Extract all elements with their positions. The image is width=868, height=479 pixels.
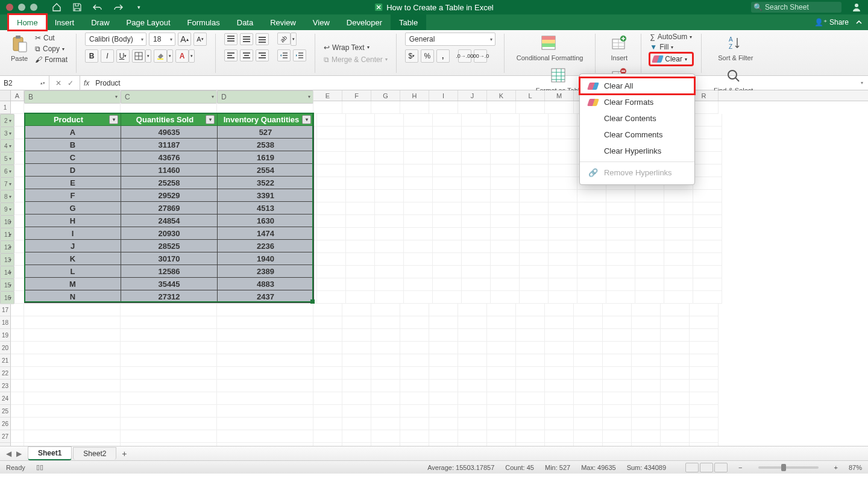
align-bottom-button[interactable] — [256, 33, 269, 45]
tab-formulas[interactable]: Formulas — [179, 14, 228, 30]
row-header-2[interactable]: 2 — [0, 114, 14, 127]
increase-decimal-button[interactable]: .0→.00 — [458, 49, 471, 63]
table-cell[interactable]: 1940 — [218, 252, 314, 265]
align-center-button[interactable] — [240, 49, 253, 61]
column-header-F[interactable]: F — [342, 90, 371, 101]
row-header-10[interactable]: 10 — [0, 215, 14, 228]
table-cell[interactable]: D — [25, 164, 121, 177]
percent-button[interactable]: % — [421, 49, 434, 63]
font-size-select[interactable]: 18 — [149, 33, 175, 46]
row-header-5[interactable]: 5 — [0, 152, 14, 165]
row-header-13[interactable]: 13 — [0, 253, 14, 266]
column-header-B[interactable]: B — [24, 90, 121, 104]
row-header-28[interactable]: 28 — [0, 443, 11, 446]
row-header-20[interactable]: 20 — [0, 342, 11, 354]
menu-clear-comments[interactable]: Clear Comments — [580, 127, 694, 143]
minimize-window-icon[interactable] — [18, 4, 25, 11]
row-header-17[interactable]: 17 — [0, 304, 11, 316]
table-cell[interactable]: 4883 — [218, 278, 314, 290]
zoom-out-button[interactable]: − — [738, 464, 742, 471]
close-window-icon[interactable] — [6, 4, 13, 11]
align-right-button[interactable] — [256, 49, 269, 61]
currency-button[interactable]: $▾ — [405, 49, 418, 63]
filter-dropdown[interactable]: ▾ — [302, 115, 311, 124]
row-header-7[interactable]: 7 — [0, 177, 14, 190]
row-header-11[interactable]: 11 — [0, 228, 14, 241]
format-painter-button[interactable]: 🖌Format — [35, 55, 68, 64]
table-cell[interactable]: 31187 — [121, 139, 218, 151]
table-cell[interactable]: 20930 — [121, 227, 218, 240]
font-color-dropdown[interactable]: ▾ — [189, 49, 195, 63]
user-account-icon[interactable] — [851, 2, 862, 13]
row-header-21[interactable]: 21 — [0, 354, 11, 367]
row-header-1[interactable]: 1 — [0, 101, 11, 114]
table-cell[interactable]: K — [25, 252, 121, 265]
filter-dropdown[interactable]: ▾ — [206, 115, 215, 124]
increase-indent-button[interactable] — [293, 49, 306, 61]
sort-filter-button[interactable]: AZSort & Filter — [714, 33, 756, 63]
column-header-H[interactable]: H — [400, 90, 429, 101]
orientation-button[interactable]: ab — [277, 33, 291, 45]
row-header-6[interactable]: 6 — [0, 164, 14, 178]
table-cell[interactable]: 35445 — [121, 278, 218, 290]
row-header-24[interactable]: 24 — [0, 392, 11, 405]
table-cell[interactable]: N — [25, 290, 121, 303]
column-header-I[interactable]: I — [429, 90, 458, 101]
tab-table[interactable]: Table — [391, 14, 426, 30]
row-header-9[interactable]: 9 — [0, 202, 14, 216]
table-cell[interactable]: 30170 — [121, 252, 218, 265]
table-cell[interactable]: 2538 — [218, 139, 314, 151]
table-cell[interactable]: H — [25, 214, 121, 227]
borders-dropdown[interactable]: ▾ — [145, 49, 151, 63]
table-cell[interactable]: 2236 — [218, 240, 314, 252]
number-format-select[interactable]: General — [405, 33, 495, 46]
normal-view-button[interactable] — [685, 463, 699, 472]
table-cell[interactable]: 27869 — [121, 202, 218, 214]
row-header-26[interactable]: 26 — [0, 418, 11, 430]
autosum-button[interactable]: ∑AutoSum ▾ — [650, 33, 693, 41]
column-header-G[interactable]: G — [371, 90, 400, 101]
table-cell[interactable]: 29529 — [121, 189, 218, 202]
underline-button[interactable]: U▾ — [116, 49, 130, 63]
sheet-nav-next-icon[interactable]: ▶ — [16, 449, 22, 458]
zoom-slider[interactable] — [758, 466, 819, 469]
table-cell[interactable]: M — [25, 278, 121, 290]
table-cell[interactable]: I — [25, 227, 121, 240]
merge-center-button[interactable]: ⧉Merge & Center ▾ — [324, 55, 388, 64]
align-left-button[interactable] — [224, 49, 237, 61]
undo-icon[interactable] — [93, 2, 102, 12]
page-layout-view-button[interactable] — [700, 463, 713, 472]
sheet-tab-sheet2[interactable]: Sheet2 — [73, 447, 116, 460]
cut-button[interactable]: ✂Cut — [35, 34, 68, 42]
row-header-19[interactable]: 19 — [0, 329, 11, 342]
fill-button[interactable]: ▼Fill ▾ — [650, 43, 693, 51]
table-cell[interactable]: A — [25, 126, 121, 139]
row-header-12[interactable]: 12 — [0, 240, 14, 254]
table-cell[interactable]: 43676 — [121, 151, 218, 164]
conditional-formatting-button[interactable]: Conditional Formatting — [513, 33, 587, 63]
table-cell[interactable]: 4513 — [218, 202, 314, 214]
table-cell[interactable]: 49635 — [121, 126, 218, 139]
row-header-18[interactable]: 18 — [0, 316, 11, 329]
column-header-K[interactable]: K — [487, 90, 516, 101]
qat-customize-icon[interactable]: ▾ — [134, 2, 143, 12]
name-box[interactable]: B2▴▾ — [0, 76, 49, 90]
table-cell[interactable]: 28525 — [121, 240, 218, 252]
save-icon[interactable] — [72, 2, 82, 12]
table-cell[interactable]: 527 — [218, 126, 314, 139]
insert-cells-button[interactable]: Insert — [606, 33, 632, 63]
formula-expand-icon[interactable]: ▾ — [856, 80, 868, 86]
column-header-A[interactable]: A — [11, 90, 24, 101]
font-name-select[interactable]: Calibri (Body) — [85, 33, 146, 46]
table-cell[interactable]: 11460 — [121, 164, 218, 177]
table-cell[interactable]: J — [25, 240, 121, 252]
table-cell[interactable]: G — [25, 202, 121, 214]
table-cell[interactable]: 12586 — [121, 265, 218, 278]
menu-clear-contents[interactable]: Clear Contents — [580, 110, 694, 127]
row-header-15[interactable]: 15 — [0, 278, 14, 292]
column-header-J[interactable]: J — [458, 90, 487, 101]
enter-formula-icon[interactable]: ✓ — [68, 79, 74, 87]
zoom-window-icon[interactable] — [30, 4, 37, 11]
tab-page-layout[interactable]: Page Layout — [118, 14, 179, 30]
menu-clear-all[interactable]: Clear All — [580, 78, 694, 94]
